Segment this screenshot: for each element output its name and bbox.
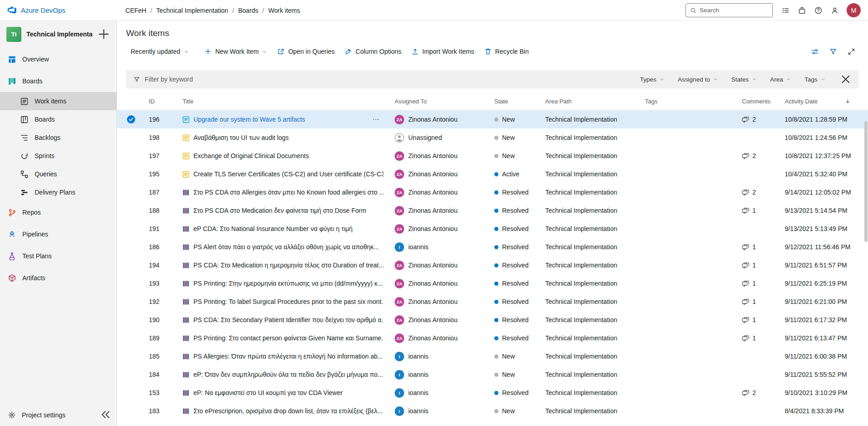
work-item-title-link[interactable]: PS Printing: To label Surgical Procedure…: [193, 298, 384, 305]
column-header-area[interactable]: Area Path: [540, 98, 640, 105]
filter-dropdown-assigned-to[interactable]: Assigned to: [678, 76, 718, 83]
table-row[interactable]: 193 PS Printing: Στην ημερομηνία εκτύπωσ…: [117, 274, 868, 293]
search-box[interactable]: [685, 3, 773, 17]
row-select-cell[interactable]: [117, 243, 145, 251]
row-select-cell[interactable]: [117, 261, 145, 269]
table-row[interactable]: 190 PS CDA: Στο Secondary Patient Identi…: [117, 311, 868, 329]
table-row[interactable]: 183 Στο ePrescriprion, ορισμένα drop dow…: [117, 402, 868, 420]
view-options-button[interactable]: [777, 2, 794, 19]
azure-devops-brand[interactable]: Azure DevOps: [7, 5, 66, 15]
table-row[interactable]: 189 PS Printing: Στο contact person φαίν…: [117, 329, 868, 347]
sidebar-item-queries[interactable]: Queries: [0, 165, 117, 183]
breadcrumb-item-3[interactable]: Boards: [238, 7, 258, 14]
marketplace-button[interactable]: [794, 2, 810, 19]
work-item-title-link[interactable]: PS Allergies: Όταν πρώτα επιλέγεται η επ…: [193, 353, 383, 360]
work-item-title-link[interactable]: PS CDA: Στο Medication η ημερομηνία τέλο…: [193, 262, 384, 269]
column-header-comments[interactable]: Comments: [736, 98, 779, 105]
keyword-filter-input[interactable]: [145, 76, 336, 83]
work-item-title-link[interactable]: PS Printing: Στην ημερομηνία εκτύπωσης ν…: [193, 280, 383, 287]
command-recycle-bin[interactable]: Recycle Bin: [480, 44, 533, 59]
expand-button[interactable]: [843, 44, 859, 59]
sidebar-item-delivery-plans[interactable]: Delivery Plans: [0, 183, 117, 201]
row-select-cell[interactable]: [117, 279, 145, 287]
column-header-id[interactable]: ID: [145, 98, 177, 105]
row-select-cell[interactable]: [117, 133, 145, 142]
filter-dropdown-states[interactable]: States: [731, 76, 756, 83]
table-row[interactable]: 195 Create TLS Server Certificates (CS-C…: [117, 165, 868, 183]
work-item-title-link[interactable]: Αναβάθμιση του UI των audit logs: [193, 134, 289, 141]
table-row[interactable]: 197 Exchange of Original Clinical Docume…: [117, 147, 868, 165]
row-select-cell[interactable]: [117, 370, 145, 379]
collapse-sidebar-button[interactable]: [100, 409, 111, 420]
column-header-state[interactable]: State: [489, 98, 540, 105]
more-options-button[interactable]: ⋯: [370, 114, 382, 124]
breadcrumb-item-1[interactable]: CEFeH: [126, 7, 147, 14]
work-item-title-link[interactable]: Στο ePrescriprion, ορισμένα drop down li…: [193, 407, 383, 415]
row-select-cell[interactable]: [117, 334, 145, 342]
help-button[interactable]: [810, 2, 827, 19]
sliders-button[interactable]: [807, 44, 822, 59]
row-select-cell[interactable]: [117, 389, 145, 397]
table-row[interactable]: 194 PS CDA: Στο Medication η ημερομηνία …: [117, 256, 868, 274]
search-input[interactable]: [700, 7, 768, 14]
table-row[interactable]: 196 Upgrade our system to Wave 5 artifac…: [117, 110, 868, 128]
row-select-cell[interactable]: [117, 298, 145, 306]
command-column-options[interactable]: Column Options: [340, 44, 406, 59]
sidebar-item-board[interactable]: Boards: [0, 110, 117, 128]
filter-dropdown-tags[interactable]: Tags: [804, 76, 825, 83]
command-import-work-items[interactable]: Import Work Items: [407, 44, 479, 59]
row-select-cell[interactable]: [117, 225, 145, 233]
breadcrumb-item-2[interactable]: Technical Implementation: [156, 7, 228, 14]
sidebar-item-test-plans[interactable]: Test Plans: [0, 245, 117, 267]
work-item-title-link[interactable]: Exchange of Original Clinical Documents: [193, 152, 309, 159]
work-item-title-link[interactable]: PS CDA: Στο Secondary Patient Identifier…: [193, 316, 384, 323]
sidebar-item-sprints[interactable]: Sprints: [0, 147, 117, 165]
work-item-title-link[interactable]: Create TLS Server Certificates (CS-C2) a…: [193, 170, 384, 178]
command-new-work-item[interactable]: New Work Item: [200, 44, 272, 59]
work-item-title-link[interactable]: eP: Όταν δεν συμπληρωθούν όλα τα πεδία δ…: [193, 371, 383, 378]
row-select-cell[interactable]: [117, 316, 145, 324]
sidebar-item-overview[interactable]: Overview: [0, 48, 117, 70]
view-selector-dropdown[interactable]: Recently updated: [126, 44, 193, 59]
work-item-title-link[interactable]: Στο PS CDA στα Allergies όταν μπει No Kn…: [193, 189, 384, 196]
breadcrumb-item-4[interactable]: Work items: [268, 7, 300, 14]
row-select-cell[interactable]: [117, 170, 145, 178]
filter-button[interactable]: [825, 44, 841, 59]
work-item-title-link[interactable]: eP: Να εμφανιστεί στο UI κουμπί για τον …: [193, 389, 343, 396]
filter-dropdown-area[interactable]: Area: [770, 76, 791, 83]
work-item-title-link[interactable]: eP CDA: Στο National Insurance Number να…: [193, 225, 353, 232]
user-button[interactable]: [827, 2, 843, 19]
column-header-title[interactable]: Title: [177, 98, 389, 105]
work-item-title-link[interactable]: Upgrade our system to Wave 5 artifacts: [193, 116, 305, 123]
scrollbar[interactable]: [864, 112, 868, 422]
row-select-cell[interactable]: [117, 188, 145, 196]
sidebar-item-artifacts[interactable]: Artifacts: [0, 267, 117, 289]
table-row[interactable]: 184 eP: Όταν δεν συμπληρωθούν όλα τα πεδ…: [117, 365, 868, 384]
table-row[interactable]: 198 Αναβάθμιση του UI των audit logs ⋯ U…: [117, 128, 868, 147]
work-item-title-link[interactable]: PS Alert όταν πάει ο γιατρός να αλλάξει …: [193, 243, 379, 251]
table-row[interactable]: 188 Στο PS CDA στο Medication δεν φαίνετ…: [117, 201, 868, 220]
add-project-button[interactable]: [97, 28, 110, 41]
close-filter-button[interactable]: [840, 73, 852, 85]
table-row[interactable]: 186 PS Alert όταν πάει ο γιατρός να αλλά…: [117, 238, 868, 256]
sidebar-item-work-items[interactable]: Work items: [0, 92, 117, 110]
sidebar-item-pipelines[interactable]: Pipelines: [0, 223, 117, 245]
filter-dropdown-types[interactable]: Types: [640, 76, 664, 83]
row-select-cell[interactable]: [117, 352, 145, 360]
project-row[interactable]: TI Technical Implementat...: [0, 21, 117, 47]
sidebar-item-backlogs[interactable]: Backlogs: [0, 128, 117, 147]
sidebar-item-repos[interactable]: Repos: [0, 201, 117, 223]
row-select-cell[interactable]: [117, 206, 145, 215]
table-row[interactable]: 153 eP: Να εμφανιστεί στο UI κουμπί για …: [117, 384, 868, 402]
table-row[interactable]: 192 PS Printing: To label Surgical Proce…: [117, 293, 868, 311]
table-row[interactable]: 187 Στο PS CDA στα Allergies όταν μπει N…: [117, 183, 868, 201]
column-header-assigned[interactable]: Assigned To: [389, 98, 489, 105]
project-settings-button[interactable]: Project settings: [0, 404, 117, 426]
table-row[interactable]: 191 eP CDA: Στο National Insurance Numbe…: [117, 220, 868, 238]
row-select-cell[interactable]: [117, 407, 145, 415]
column-header-date[interactable]: Activity Date: [779, 98, 868, 105]
sidebar-item-boards-hub[interactable]: Boards: [0, 70, 117, 92]
work-item-title-link[interactable]: PS Printing: Στο contact person φαίνεται…: [193, 334, 384, 342]
work-item-title-link[interactable]: Στο PS CDA στο Medication δεν φαίνεται τ…: [193, 207, 366, 214]
row-select-cell[interactable]: [117, 152, 145, 160]
